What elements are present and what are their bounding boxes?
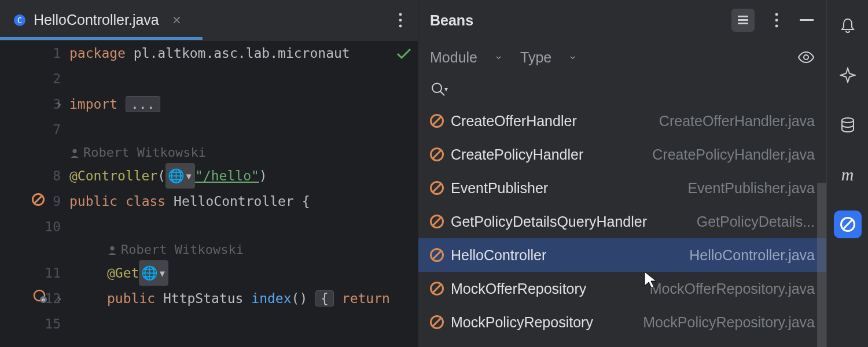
svg-point-3 bbox=[399, 19, 402, 21]
tab-bar: C HelloController.java ✕ bbox=[0, 0, 418, 40]
svg-point-20 bbox=[842, 118, 854, 123]
chevron-down-icon: › bbox=[493, 56, 505, 59]
globe-icon[interactable]: 🌐▾ bbox=[139, 260, 168, 286]
bean-file: GetPolicyDetails... bbox=[697, 213, 815, 230]
bean-icon bbox=[430, 215, 444, 228]
beans-panel: Beans Module› Type› ▾ CreateOfferHandler… bbox=[418, 0, 826, 347]
bean-name: CreateOfferHandler bbox=[451, 113, 577, 130]
globe-icon[interactable]: 🌐▾ bbox=[165, 163, 195, 189]
bean-file: CreateOfferHandler.java bbox=[659, 113, 815, 130]
bean-name: MockPolicyRepository bbox=[451, 314, 593, 331]
database-button[interactable] bbox=[834, 111, 862, 139]
chevron-down-icon: › bbox=[567, 56, 579, 59]
bean-icon bbox=[430, 282, 444, 296]
bean-item[interactable]: GetPolicyDetailsQueryHandlerGetPolicyDet… bbox=[418, 205, 826, 238]
bean-name: GetPolicyDetailsQueryHandler bbox=[451, 213, 647, 230]
search-icon[interactable] bbox=[430, 81, 446, 97]
svg-point-2 bbox=[399, 13, 402, 16]
bean-file: CreatePolicyHandler.java bbox=[652, 146, 815, 163]
bean-file: MockOfferRepository.java bbox=[650, 280, 815, 297]
notifications-button[interactable] bbox=[834, 12, 862, 39]
scrollbar[interactable] bbox=[817, 183, 826, 347]
class-c-icon: C bbox=[13, 13, 27, 27]
folded-imports[interactable]: ... bbox=[126, 96, 160, 112]
bean-icon bbox=[430, 315, 444, 329]
bean-item[interactable]: HelloControllerHelloController.java bbox=[418, 238, 826, 272]
author-icon bbox=[107, 245, 117, 255]
chevron-right-icon[interactable]: › bbox=[55, 91, 63, 117]
svg-rect-16 bbox=[800, 19, 814, 21]
filter-type[interactable]: Type bbox=[520, 49, 551, 66]
eye-icon[interactable] bbox=[797, 51, 815, 64]
author-hint: Robert Witkowski bbox=[121, 237, 244, 263]
bean-file: HelloController.java bbox=[689, 247, 815, 264]
bean-item[interactable]: CreatePolicyHandlerCreatePolicyHandler.j… bbox=[418, 138, 826, 171]
svg-point-9 bbox=[110, 246, 114, 250]
svg-rect-12 bbox=[738, 23, 748, 24]
bean-icon bbox=[430, 147, 444, 161]
folded-body[interactable]: { bbox=[315, 290, 334, 307]
svg-point-14 bbox=[775, 19, 778, 22]
svg-point-8 bbox=[72, 149, 76, 153]
beans-header: Beans bbox=[418, 0, 826, 40]
svg-rect-11 bbox=[738, 19, 748, 21]
bean-name: CreatePolicyHandler bbox=[451, 146, 583, 163]
bean-icon bbox=[430, 114, 444, 128]
gutter: 1 2 3› 7 8 9 10 11 12⊕› 15 bbox=[0, 40, 67, 347]
code-area[interactable]: package pl.altkom.asc.lab.micronaut impo… bbox=[67, 40, 418, 347]
bean-name: MockOfferRepository bbox=[451, 280, 586, 297]
tab-file-label: HelloController.java bbox=[34, 12, 159, 28]
bean-icon bbox=[430, 181, 444, 195]
close-icon[interactable]: ✕ bbox=[172, 13, 182, 27]
bean-item[interactable]: MockOfferRepositoryMockOfferRepository.j… bbox=[418, 272, 826, 305]
kebab-icon[interactable] bbox=[395, 12, 406, 28]
svg-line-19 bbox=[440, 91, 444, 95]
filter-module[interactable]: Module bbox=[430, 49, 477, 66]
minimize-icon[interactable] bbox=[799, 13, 815, 27]
checkmark-icon bbox=[396, 47, 412, 60]
svg-text:C: C bbox=[17, 16, 22, 25]
beans-tool-button[interactable]: .tool-btn.active .forbid-icon::after{bac… bbox=[834, 211, 862, 238]
bean-name: EventPublisher bbox=[451, 180, 548, 197]
author-hint: Robert Witkowski bbox=[83, 140, 206, 165]
bean-gutter-icon[interactable] bbox=[32, 189, 45, 214]
bean-name: HelloController bbox=[451, 247, 546, 264]
svg-point-18 bbox=[432, 83, 442, 93]
tab-file[interactable]: C HelloController.java ✕ bbox=[6, 12, 189, 28]
list-view-button[interactable] bbox=[731, 9, 755, 32]
bean-file: EventPublisher.java bbox=[687, 180, 815, 197]
svg-point-4 bbox=[399, 24, 402, 27]
chevron-right-icon[interactable]: › bbox=[55, 286, 63, 311]
kebab-icon[interactable] bbox=[771, 12, 782, 28]
svg-point-15 bbox=[775, 25, 778, 28]
ai-button[interactable] bbox=[834, 61, 862, 89]
svg-point-17 bbox=[804, 55, 808, 60]
right-toolbar: m .tool-btn.active .forbid-icon::after{b… bbox=[826, 0, 868, 347]
bean-item[interactable]: EventPublisherEventPublisher.java bbox=[418, 171, 826, 205]
bean-list: CreateOfferHandlerCreateOfferHandler.jav… bbox=[418, 104, 826, 347]
beans-title: Beans bbox=[430, 12, 473, 29]
author-icon bbox=[69, 147, 80, 158]
svg-point-13 bbox=[775, 13, 778, 16]
svg-rect-10 bbox=[738, 16, 748, 17]
bean-file: MockPolicyRepository.java bbox=[643, 314, 815, 331]
bean-item[interactable]: MockPolicyRepositoryMockPolicyRepository… bbox=[418, 305, 826, 339]
maven-button[interactable]: m bbox=[834, 161, 862, 189]
bean-icon bbox=[430, 248, 444, 262]
svg-text:⊕: ⊕ bbox=[42, 297, 45, 302]
bean-item[interactable]: CreateOfferHandlerCreateOfferHandler.jav… bbox=[418, 104, 826, 138]
endpoint-gutter-icon[interactable]: ⊕ bbox=[32, 286, 47, 311]
